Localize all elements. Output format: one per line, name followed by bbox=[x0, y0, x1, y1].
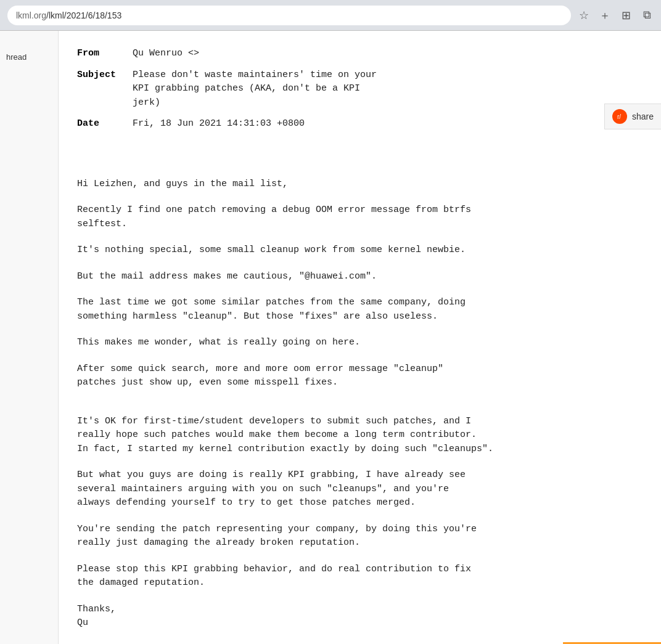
from-value: Qu Wenruo <> bbox=[133, 43, 387, 65]
star-icon[interactable]: ☆ bbox=[577, 9, 591, 22]
browser-bar: lkml.org/lkml/2021/6/18/153 ☆ ＋ ⊞ ⧉ bbox=[0, 0, 661, 31]
sidebar-thread-label: hread bbox=[0, 43, 58, 71]
watermark: 搜狐号@GPLP犀牛财经 bbox=[563, 642, 661, 645]
reddit-icon: r/ bbox=[612, 109, 627, 124]
reddit-share-button[interactable]: r/ share bbox=[604, 104, 661, 129]
extension1-icon[interactable]: ⊞ bbox=[619, 9, 633, 22]
share-label: share bbox=[632, 112, 654, 121]
add-tab-icon[interactable]: ＋ bbox=[598, 9, 612, 22]
from-row: From Qu Wenruo <> bbox=[77, 43, 387, 65]
page-layout: hread From Qu Wenruo <> Subject Please d… bbox=[0, 31, 661, 644]
subject-row: Subject Please don't waste maintainers' … bbox=[77, 65, 387, 114]
svg-text:r/: r/ bbox=[617, 113, 621, 120]
body-paragraph: Please stop this KPI grabbing behavior, … bbox=[77, 563, 643, 590]
address-path: /lkml/2021/6/18/153 bbox=[46, 10, 121, 20]
body-paragraph: This makes me wonder, what is really goi… bbox=[77, 336, 643, 350]
body-paragraph: The last time we got some similar patche… bbox=[77, 296, 643, 324]
from-label: From bbox=[77, 43, 133, 65]
subject-label: Subject bbox=[77, 65, 133, 114]
body-paragraph: Hi Leizhen, and guys in the mail list, bbox=[77, 177, 643, 192]
subject-value: Please don't waste maintainers' time on … bbox=[133, 65, 387, 114]
body-paragraph: But what you guys are doing is really KP… bbox=[77, 468, 643, 510]
body-paragraph: But the mail address makes me cautious, … bbox=[77, 270, 643, 284]
body-paragraph: After some quick search, more and more o… bbox=[77, 362, 643, 390]
email-body: Hi Leizhen, and guys in the mail list,Re… bbox=[77, 150, 643, 630]
date-value: Fri, 18 Jun 2021 14:31:03 +0800 bbox=[133, 113, 387, 135]
date-label: Date bbox=[77, 113, 133, 135]
body-paragraph: It's nothing special, some small cleanup… bbox=[77, 243, 643, 258]
extension2-icon[interactable]: ⧉ bbox=[640, 9, 654, 22]
body-paragraph: Recently I find one patch removing a deb… bbox=[77, 203, 643, 231]
browser-icons: ☆ ＋ ⊞ ⧉ bbox=[577, 9, 654, 22]
body-paragraph: Thanks, Qu bbox=[77, 603, 643, 630]
email-header: From Qu Wenruo <> Subject Please don't w… bbox=[77, 43, 387, 135]
body-paragraph: It's OK for first-time/student developer… bbox=[77, 415, 643, 457]
main-content: From Qu Wenruo <> Subject Please don't w… bbox=[59, 31, 661, 644]
address-domain: lkml.org bbox=[16, 10, 46, 20]
address-bar[interactable]: lkml.org/lkml/2021/6/18/153 bbox=[7, 6, 571, 25]
body-paragraph: You're sending the patch representing yo… bbox=[77, 523, 643, 550]
date-row: Date Fri, 18 Jun 2021 14:31:03 +0800 bbox=[77, 113, 387, 135]
sidebar: hread bbox=[0, 31, 59, 644]
